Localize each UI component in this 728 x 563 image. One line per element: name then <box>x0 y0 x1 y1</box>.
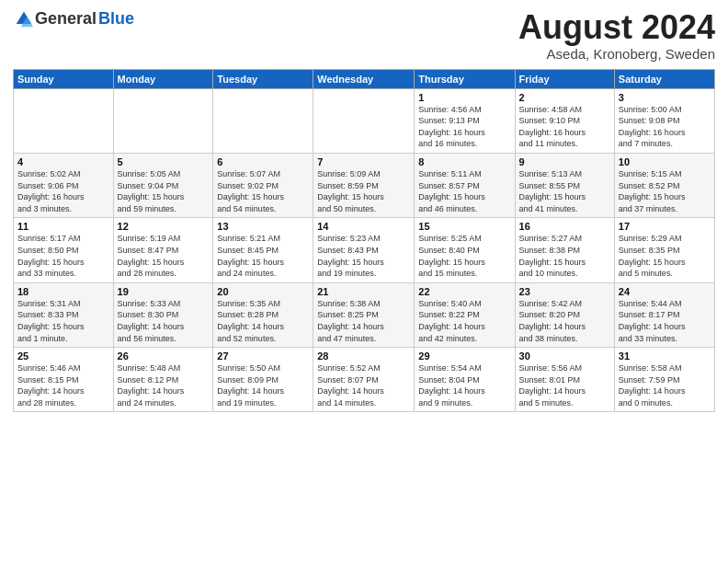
day-info: Sunrise: 5:07 AM Sunset: 9:02 PM Dayligh… <box>217 168 309 214</box>
calendar-cell: 4Sunrise: 5:02 AM Sunset: 9:06 PM Daylig… <box>14 153 114 217</box>
day-number: 10 <box>619 156 711 167</box>
weekday-header-thursday: Thursday <box>415 69 515 88</box>
day-info: Sunrise: 5:05 AM Sunset: 9:04 PM Dayligh… <box>118 168 210 214</box>
day-number: 1 <box>418 92 510 103</box>
weekday-header-monday: Monday <box>113 69 213 88</box>
calendar-cell: 19Sunrise: 5:33 AM Sunset: 8:30 PM Dayli… <box>113 282 213 347</box>
day-number: 21 <box>317 286 410 297</box>
day-info: Sunrise: 5:35 AM Sunset: 8:28 PM Dayligh… <box>217 298 309 344</box>
day-number: 20 <box>217 286 309 297</box>
calendar-table: SundayMondayTuesdayWednesdayThursdayFrid… <box>13 69 715 413</box>
day-info: Sunrise: 5:31 AM Sunset: 8:33 PM Dayligh… <box>17 298 109 344</box>
day-number: 19 <box>118 286 210 297</box>
calendar-cell: 24Sunrise: 5:44 AM Sunset: 8:17 PM Dayli… <box>614 282 714 347</box>
week-row-5: 25Sunrise: 5:46 AM Sunset: 8:15 PM Dayli… <box>14 348 715 412</box>
title-area: August 2024 Aseda, Kronoberg, Sweden <box>518 9 715 62</box>
calendar-cell: 18Sunrise: 5:31 AM Sunset: 8:33 PM Dayli… <box>14 282 114 347</box>
day-number: 4 <box>17 156 109 167</box>
day-number: 8 <box>418 156 510 167</box>
calendar-cell: 8Sunrise: 5:11 AM Sunset: 8:57 PM Daylig… <box>415 153 515 217</box>
week-row-3: 11Sunrise: 5:17 AM Sunset: 8:50 PM Dayli… <box>14 218 715 282</box>
calendar-cell: 20Sunrise: 5:35 AM Sunset: 8:28 PM Dayli… <box>213 282 313 347</box>
day-info: Sunrise: 5:42 AM Sunset: 8:20 PM Dayligh… <box>519 298 610 344</box>
day-number: 24 <box>619 286 711 297</box>
day-info: Sunrise: 5:02 AM Sunset: 9:06 PM Dayligh… <box>17 168 109 214</box>
week-row-1: 1Sunrise: 4:56 AM Sunset: 9:13 PM Daylig… <box>14 88 715 153</box>
day-number: 22 <box>418 286 510 297</box>
day-info: Sunrise: 5:52 AM Sunset: 8:07 PM Dayligh… <box>317 362 410 408</box>
day-info: Sunrise: 5:00 AM Sunset: 9:08 PM Dayligh… <box>619 104 711 150</box>
calendar-cell: 7Sunrise: 5:09 AM Sunset: 8:59 PM Daylig… <box>313 153 415 217</box>
calendar-cell: 6Sunrise: 5:07 AM Sunset: 9:02 PM Daylig… <box>213 153 313 217</box>
day-info: Sunrise: 5:40 AM Sunset: 8:22 PM Dayligh… <box>418 298 510 344</box>
calendar-cell: 16Sunrise: 5:27 AM Sunset: 8:38 PM Dayli… <box>515 218 614 282</box>
weekday-header-saturday: Saturday <box>614 69 714 88</box>
day-info: Sunrise: 5:11 AM Sunset: 8:57 PM Dayligh… <box>418 168 510 214</box>
day-info: Sunrise: 5:21 AM Sunset: 8:45 PM Dayligh… <box>217 233 309 279</box>
page-container: GeneralBlue August 2024 Aseda, Kronoberg… <box>0 0 728 418</box>
calendar-cell: 12Sunrise: 5:19 AM Sunset: 8:47 PM Dayli… <box>113 218 213 282</box>
day-number: 13 <box>217 221 309 232</box>
logo: GeneralBlue <box>13 9 134 29</box>
calendar-cell <box>213 88 313 153</box>
day-info: Sunrise: 4:56 AM Sunset: 9:13 PM Dayligh… <box>418 104 510 150</box>
logo-text-blue: Blue <box>98 9 134 29</box>
day-number: 18 <box>17 286 109 297</box>
day-number: 15 <box>418 221 510 232</box>
calendar-cell: 17Sunrise: 5:29 AM Sunset: 8:35 PM Dayli… <box>614 218 714 282</box>
day-info: Sunrise: 5:27 AM Sunset: 8:38 PM Dayligh… <box>519 233 610 279</box>
day-info: Sunrise: 5:56 AM Sunset: 8:01 PM Dayligh… <box>519 362 610 408</box>
calendar-cell: 31Sunrise: 5:58 AM Sunset: 7:59 PM Dayli… <box>614 348 714 412</box>
day-number: 9 <box>519 156 610 167</box>
day-number: 17 <box>619 221 711 232</box>
day-number: 23 <box>519 286 610 297</box>
day-info: Sunrise: 5:09 AM Sunset: 8:59 PM Dayligh… <box>317 168 410 214</box>
day-info: Sunrise: 5:13 AM Sunset: 8:55 PM Dayligh… <box>519 168 610 214</box>
week-row-2: 4Sunrise: 5:02 AM Sunset: 9:06 PM Daylig… <box>14 153 715 217</box>
calendar-cell <box>313 88 415 153</box>
day-info: Sunrise: 5:29 AM Sunset: 8:35 PM Dayligh… <box>619 233 711 279</box>
calendar-cell: 13Sunrise: 5:21 AM Sunset: 8:45 PM Dayli… <box>213 218 313 282</box>
day-number: 5 <box>118 156 210 167</box>
day-number: 25 <box>17 350 109 362</box>
day-info: Sunrise: 5:15 AM Sunset: 8:52 PM Dayligh… <box>619 168 711 214</box>
day-info: Sunrise: 5:58 AM Sunset: 7:59 PM Dayligh… <box>619 362 711 408</box>
calendar-cell: 2Sunrise: 4:58 AM Sunset: 9:10 PM Daylig… <box>515 88 614 153</box>
calendar-cell: 14Sunrise: 5:23 AM Sunset: 8:43 PM Dayli… <box>313 218 415 282</box>
day-number: 30 <box>519 350 610 362</box>
calendar-cell: 22Sunrise: 5:40 AM Sunset: 8:22 PM Dayli… <box>415 282 515 347</box>
day-info: Sunrise: 5:23 AM Sunset: 8:43 PM Dayligh… <box>317 233 410 279</box>
logo-area: GeneralBlue <box>13 9 134 29</box>
calendar-cell: 1Sunrise: 4:56 AM Sunset: 9:13 PM Daylig… <box>415 88 515 153</box>
weekday-header-sunday: Sunday <box>14 69 114 88</box>
day-info: Sunrise: 5:33 AM Sunset: 8:30 PM Dayligh… <box>118 298 210 344</box>
weekday-header-friday: Friday <box>515 69 614 88</box>
week-row-4: 18Sunrise: 5:31 AM Sunset: 8:33 PM Dayli… <box>14 282 715 347</box>
calendar-cell: 21Sunrise: 5:38 AM Sunset: 8:25 PM Dayli… <box>313 282 415 347</box>
day-number: 31 <box>619 350 711 362</box>
calendar-cell: 29Sunrise: 5:54 AM Sunset: 8:04 PM Dayli… <box>415 348 515 412</box>
day-info: Sunrise: 5:50 AM Sunset: 8:09 PM Dayligh… <box>217 362 309 408</box>
day-number: 29 <box>418 350 510 362</box>
day-number: 3 <box>619 92 711 103</box>
day-info: Sunrise: 5:17 AM Sunset: 8:50 PM Dayligh… <box>17 233 109 279</box>
month-title: August 2024 <box>518 9 715 46</box>
day-number: 27 <box>217 350 309 362</box>
day-info: Sunrise: 5:38 AM Sunset: 8:25 PM Dayligh… <box>317 298 410 344</box>
day-number: 14 <box>317 221 410 232</box>
calendar-cell <box>113 88 213 153</box>
calendar-cell: 27Sunrise: 5:50 AM Sunset: 8:09 PM Dayli… <box>213 348 313 412</box>
day-info: Sunrise: 4:58 AM Sunset: 9:10 PM Dayligh… <box>519 104 610 150</box>
weekday-header-wednesday: Wednesday <box>313 69 415 88</box>
location-subtitle: Aseda, Kronoberg, Sweden <box>518 46 715 62</box>
calendar-cell: 25Sunrise: 5:46 AM Sunset: 8:15 PM Dayli… <box>14 348 114 412</box>
day-number: 11 <box>17 221 109 232</box>
day-number: 16 <box>519 221 610 232</box>
logo-text-general: General <box>35 9 97 29</box>
day-info: Sunrise: 5:25 AM Sunset: 8:40 PM Dayligh… <box>418 233 510 279</box>
day-info: Sunrise: 5:19 AM Sunset: 8:47 PM Dayligh… <box>118 233 210 279</box>
calendar-cell: 28Sunrise: 5:52 AM Sunset: 8:07 PM Dayli… <box>313 348 415 412</box>
day-info: Sunrise: 5:54 AM Sunset: 8:04 PM Dayligh… <box>418 362 510 408</box>
day-info: Sunrise: 5:46 AM Sunset: 8:15 PM Dayligh… <box>17 362 109 408</box>
day-number: 2 <box>519 92 610 103</box>
